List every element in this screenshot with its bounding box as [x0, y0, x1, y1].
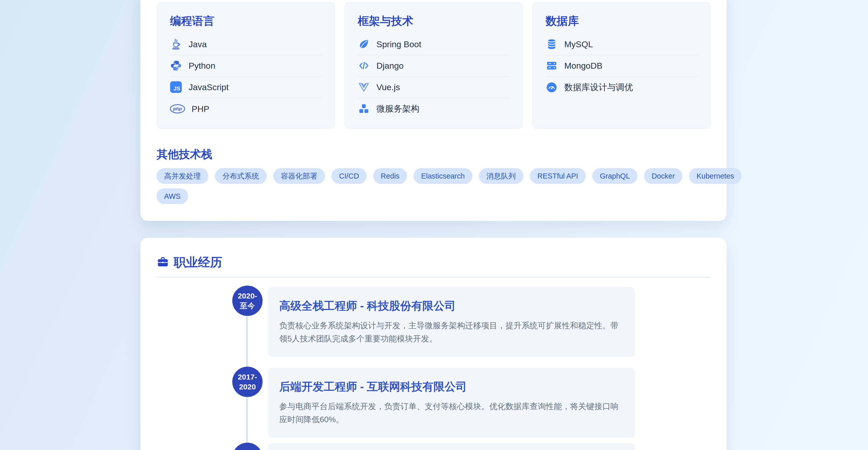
tech-tag: RESTful API: [530, 168, 586, 184]
skill-item-spring-boot: Spring Boot: [358, 34, 509, 55]
spring-leaf-icon: [358, 38, 370, 50]
tech-tag: CI/CD: [332, 168, 367, 184]
skill-item-label: 数据库设计与调优: [564, 82, 633, 93]
skill-item-label: PHP: [192, 104, 209, 114]
skill-item-label: MongoDB: [564, 61, 602, 71]
skill-item-label: Vue.js: [376, 82, 400, 92]
skill-item-vuejs: Vue.js: [358, 77, 509, 98]
skill-item-django: Django: [358, 55, 509, 77]
experience-description: 负责核心业务系统架构设计与开发，主导微服务架构迁移项目，提升系统可扩展性和稳定性…: [279, 319, 624, 345]
tech-tag: Redis: [373, 168, 407, 184]
tech-tag: Docker: [644, 168, 682, 184]
tech-tag: Elasticsearch: [413, 168, 472, 184]
tech-tag: 分布式系统: [215, 168, 267, 184]
skill-card-databases: 数据库 MySQL: [532, 2, 711, 129]
skill-card-title: 数据库: [546, 14, 697, 28]
timeline-period-badge: 2020-至今: [232, 286, 262, 316]
skill-card-title: 框架与技术: [358, 14, 509, 28]
skill-item-label: 微服务架构: [376, 103, 420, 115]
python-icon: [170, 60, 182, 71]
skill-item-java: Java: [170, 34, 322, 55]
skill-item-label: Java: [189, 39, 207, 49]
server-icon: [546, 60, 558, 71]
skill-item-python: Python: [170, 55, 322, 77]
tech-tag: Kubernetes: [689, 168, 742, 184]
skill-item-label: Spring Boot: [376, 39, 422, 49]
skill-item-label: Python: [189, 61, 215, 71]
tech-tag: AWS: [157, 188, 188, 204]
code-brackets-icon: [358, 60, 370, 71]
tech-tag: 容器化部署: [273, 168, 325, 184]
career-section-header: 职业经历: [157, 254, 222, 270]
section-divider: [157, 277, 710, 277]
tech-tag: 消息队列: [479, 168, 523, 184]
java-icon: [170, 38, 182, 50]
tech-tags-row: AWS: [157, 188, 188, 204]
experience-description: 参与电商平台后端系统开发，负责订单、支付等核心模块。优化数据库查询性能，将关键接…: [279, 400, 624, 426]
skill-item-label: JavaScript: [189, 82, 229, 92]
career-panel: 职业经历 2020-至今 高级全栈工程师 - 科技股份有限公司 负责核心业务系统…: [141, 238, 726, 450]
database-icon: [546, 38, 558, 50]
tech-tags-row: 高并发处理 分布式系统 容器化部署 CI/CD Redis Elasticsea…: [157, 168, 742, 184]
javascript-icon: JS: [170, 81, 182, 93]
skills-panel: 编程语言 Java: [141, 0, 726, 221]
skill-item-db-tuning: 数据库设计与调优: [546, 77, 697, 98]
skill-card-title: 编程语言: [170, 14, 322, 28]
skill-item-php: php PHP: [170, 98, 322, 120]
skill-card-frameworks: 框架与技术 Spring Boot: [344, 2, 523, 129]
skill-card-grid: 编程语言 Java: [157, 2, 711, 129]
skill-item-microservices: 微服务架构: [358, 98, 509, 120]
experience-card: 高级全栈工程师 - 科技股份有限公司 负责核心业务系统架构设计与开发，主导微服务…: [268, 287, 635, 357]
experience-card: 后端开发工程师 - 互联网科技有限公司 参与电商平台后端系统开发，负责订单、支付…: [268, 368, 635, 438]
skill-item-mongodb: MongoDB: [546, 55, 697, 77]
gauge-icon: [546, 82, 558, 93]
php-icon: php: [170, 104, 185, 113]
skill-card-programming-languages: 编程语言 Java: [157, 2, 335, 129]
tech-tag: 高并发处理: [157, 168, 208, 184]
skill-item-mysql: MySQL: [546, 34, 697, 55]
tech-tag: GraphQL: [592, 168, 638, 184]
timeline-period-badge: [232, 443, 262, 450]
skill-item-javascript: JS JavaScript: [170, 77, 322, 98]
experience-title: 高级全栈工程师 - 科技股份有限公司: [279, 299, 624, 313]
experience-title: 后端开发工程师 - 互联网科技有限公司: [279, 379, 624, 394]
skill-item-label: Django: [376, 61, 404, 71]
briefcase-icon: [157, 256, 169, 269]
skill-item-label: MySQL: [564, 39, 593, 49]
other-stack-title: 其他技术栈: [157, 147, 212, 162]
vue-icon: [358, 81, 370, 93]
career-section-title: 职业经历: [174, 254, 222, 270]
cubes-icon: [358, 103, 370, 115]
experience-card: [268, 443, 635, 450]
timeline-period-badge: 2017-2020: [232, 367, 262, 397]
